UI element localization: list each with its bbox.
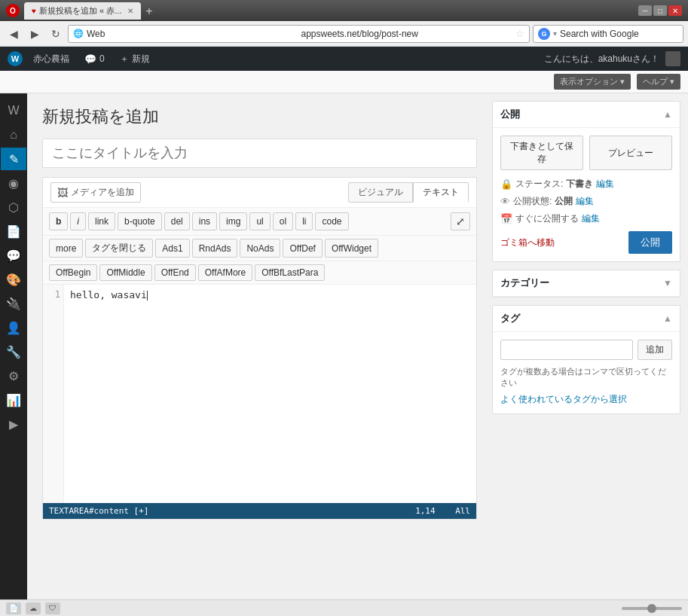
- status-edit-link[interactable]: 編集: [596, 178, 614, 191]
- sidebar-icon-links[interactable]: ⬡: [1, 196, 26, 218]
- status-position: 1,14: [415, 506, 436, 516]
- code-editor[interactable]: 1 hello, wasavi: [43, 285, 476, 503]
- minimize-button[interactable]: ─: [638, 5, 652, 16]
- bold-button[interactable]: b: [49, 212, 68, 230]
- more-button[interactable]: more: [49, 239, 83, 258]
- cloud-button[interactable]: ☁: [26, 602, 41, 614]
- media-icon: 🖼: [57, 187, 68, 199]
- close-button[interactable]: ✕: [668, 5, 682, 16]
- publish-button[interactable]: 公開: [628, 231, 672, 254]
- close-tags-button[interactable]: タグを閉じる: [85, 239, 153, 258]
- li-button[interactable]: li: [295, 212, 313, 230]
- zoom-thumb: [647, 604, 656, 613]
- ul-button[interactable]: ul: [249, 212, 270, 230]
- tag-input-row: 追加: [500, 340, 672, 360]
- off-end-button[interactable]: OffEnd: [154, 264, 196, 281]
- user-greeting: こんにちは、akahukuさん！: [544, 53, 659, 66]
- status-right: 1,14 All: [415, 506, 470, 516]
- publish-action-row: 下書きとして保存 プレビュー: [500, 136, 672, 170]
- sidebar-icon-tools[interactable]: 🔧: [1, 340, 26, 363]
- greeting-suffix: さん！: [632, 53, 659, 64]
- sidebar-icon-wp[interactable]: W: [1, 99, 26, 122]
- new-label: 新規: [132, 53, 150, 66]
- code-button[interactable]: code: [315, 212, 348, 230]
- view-tabs: ビジュアル テキスト: [348, 182, 469, 203]
- bquote-button[interactable]: b-quote: [118, 212, 162, 230]
- search-bar[interactable]: G ▾ Search with Google: [533, 25, 683, 43]
- trash-link[interactable]: ゴミ箱へ移動: [500, 236, 555, 249]
- tab-visual[interactable]: ビジュアル: [348, 182, 413, 203]
- italic-button[interactable]: i: [70, 212, 86, 230]
- tag-input[interactable]: [500, 340, 633, 360]
- del-button[interactable]: del: [164, 212, 190, 230]
- search-dropdown-icon[interactable]: ▾: [553, 29, 557, 38]
- bookmark-icon[interactable]: ☆: [515, 28, 524, 39]
- ads1-button[interactable]: Ads1: [155, 239, 189, 258]
- no-ads-button[interactable]: NoAds: [240, 239, 280, 258]
- visibility-edit-link[interactable]: 編集: [576, 195, 594, 208]
- sidebar-icon-appearance[interactable]: 🎨: [1, 268, 26, 291]
- status-row: 🔒 ステータス: 下書き 編集: [500, 178, 672, 191]
- sidebar-icon-users[interactable]: 👤: [1, 316, 26, 339]
- add-tag-button[interactable]: 追加: [638, 340, 672, 360]
- reload-button[interactable]: ↻: [47, 25, 65, 43]
- sidebar-icon-plugins[interactable]: 🔌: [1, 292, 26, 315]
- status-left: TEXTAREA#content [+]: [49, 506, 148, 516]
- tag-toggle-icon[interactable]: ▲: [663, 313, 672, 324]
- window-controls: ─ □ ✕: [638, 5, 682, 16]
- wp-admin-bar: W 赤心農福 💬 0 ＋ 新規 こんにちは、akahukuさん！: [0, 47, 688, 71]
- rnd-ads-button[interactable]: RndAds: [192, 239, 238, 258]
- preview-button[interactable]: プレビュー: [589, 136, 672, 170]
- off-bf-last-para-button[interactable]: OffBfLastPara: [255, 264, 325, 281]
- off-widget-button[interactable]: OffWidget: [325, 239, 378, 258]
- off-af-more-button[interactable]: OffAfMore: [198, 264, 252, 281]
- zoom-slider[interactable]: [622, 607, 682, 610]
- shield-button[interactable]: 🛡: [45, 602, 60, 614]
- add-media-button[interactable]: 🖼 メディアを追加: [50, 182, 141, 203]
- popular-tags-link[interactable]: よく使われているタグから選択: [500, 394, 627, 404]
- sidebar-icon-settings[interactable]: ⚙: [1, 364, 26, 387]
- visibility-value: 公開: [555, 195, 573, 208]
- ins-button[interactable]: ins: [192, 212, 217, 230]
- sidebar-icon-comments[interactable]: 💬: [1, 244, 26, 267]
- publish-box-body: 下書きとして保存 プレビュー 🔒 ステータス: 下書き 編集 👁 公開状態: 公…: [493, 128, 680, 261]
- editor-content[interactable]: hello, wasavi: [64, 285, 476, 503]
- tab-close-button[interactable]: ✕: [127, 7, 133, 15]
- sidebar-icon-media[interactable]: ◉: [1, 172, 26, 194]
- comments-item[interactable]: 💬 0: [80, 53, 109, 65]
- schedule-edit-link[interactable]: 編集: [582, 212, 600, 225]
- back-button[interactable]: ◀: [5, 25, 23, 43]
- off-middle-button[interactable]: OffMiddle: [99, 264, 151, 281]
- category-toggle-icon[interactable]: ▼: [663, 278, 672, 288]
- publish-toggle-icon[interactable]: ▲: [663, 109, 672, 120]
- sidebar-icon-dashboard[interactable]: ⌂: [1, 124, 26, 146]
- sidebar-icon-posts[interactable]: ✎: [1, 148, 26, 170]
- status-all: All: [455, 506, 470, 516]
- tab-title: 新規投稿を追加 « 赤...: [39, 5, 121, 17]
- sidebar-icon-stats[interactable]: 📊: [1, 389, 26, 411]
- link-button[interactable]: link: [88, 212, 115, 230]
- tag-box-body: 追加 タグが複数ある場合はコンマで区切ってください よく使われているタグから選択: [493, 332, 680, 413]
- off-def-button[interactable]: OffDef: [283, 239, 322, 258]
- new-item[interactable]: ＋ 新規: [115, 53, 154, 66]
- post-title-input[interactable]: [42, 139, 477, 168]
- address-bar[interactable]: 🌐 Web appsweets.net/blog/post-new ☆: [68, 25, 530, 43]
- new-tab-button[interactable]: +: [141, 3, 157, 20]
- display-options-button[interactable]: 表示オプション ▾: [554, 74, 631, 90]
- expand-button[interactable]: ⤢: [451, 212, 470, 230]
- ol-button[interactable]: ol: [273, 212, 293, 230]
- sidebar-icon-pages[interactable]: 📄: [1, 220, 26, 242]
- img-button[interactable]: img: [219, 212, 247, 230]
- forward-button[interactable]: ▶: [26, 25, 44, 43]
- active-tab[interactable]: ♥ 新規投稿を追加 « 赤... ✕: [24, 2, 141, 20]
- wp-logo[interactable]: W: [8, 51, 23, 66]
- help-button[interactable]: ヘルプ ▾: [637, 74, 680, 90]
- sidebar-icon-media2[interactable]: ▶: [1, 413, 26, 435]
- site-name-item[interactable]: 赤心農福: [29, 53, 74, 66]
- tab-text[interactable]: テキスト: [413, 182, 469, 203]
- off-begin-button[interactable]: OffBegin: [49, 264, 97, 281]
- page-icon-button[interactable]: 📄: [6, 602, 21, 614]
- schedule-row: 📅 すぐに公開する 編集: [500, 212, 672, 225]
- maximize-button[interactable]: □: [653, 5, 667, 16]
- save-draft-button[interactable]: 下書きとして保存: [500, 136, 583, 170]
